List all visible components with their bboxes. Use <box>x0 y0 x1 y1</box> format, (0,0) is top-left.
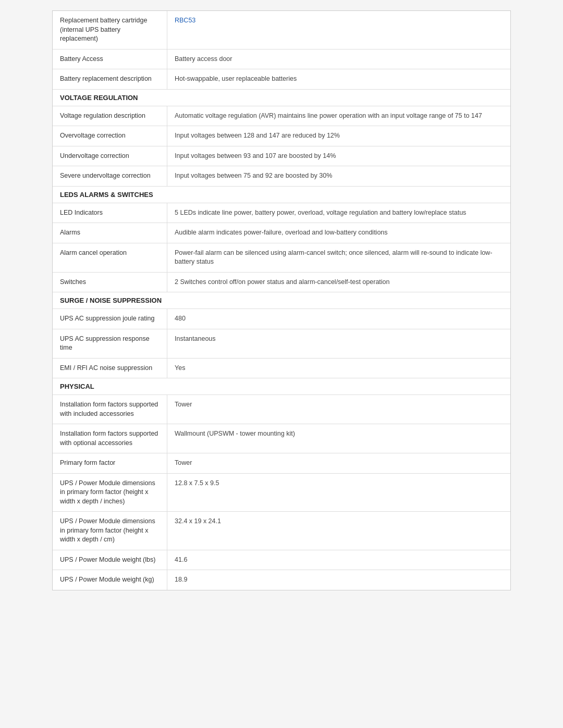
spec-label: Severe undervoltage correction <box>53 166 167 186</box>
spec-value: Battery access door <box>167 50 510 69</box>
section-header: VOLTAGE REGULATION <box>53 90 510 106</box>
spec-row: UPS AC suppression joule rating480 <box>53 309 510 329</box>
spec-row: UPS / Power Module weight (kg)18.9 <box>53 570 510 590</box>
spec-value: 32.4 x 19 x 24.1 <box>167 512 510 550</box>
spec-value-link[interactable]: RBC53 <box>175 17 195 24</box>
spec-value: Automatic voltage regulation (AVR) maint… <box>167 106 510 126</box>
spec-value: 2 Switches control off/on power status a… <box>167 273 510 292</box>
spec-row: UPS AC suppression response timeInstanta… <box>53 329 510 359</box>
spec-row: AlarmsAudible alarm indicates power-fail… <box>53 223 510 243</box>
spec-row: Overvoltage correctionInput voltages bet… <box>53 126 510 146</box>
spec-value: 41.6 <box>167 550 510 570</box>
spec-label: Alarm cancel operation <box>53 243 167 272</box>
spec-label: UPS AC suppression joule rating <box>53 309 167 329</box>
spec-value: Input voltages between 75 and 92 are boo… <box>167 166 510 186</box>
section-header: LEDS ALARMS & SWITCHES <box>53 187 510 203</box>
section-header-label: PHYSICAL <box>53 378 102 394</box>
spec-row: Severe undervoltage correctionInput volt… <box>53 166 510 187</box>
spec-value: 5 LEDs indicate line power, battery powe… <box>167 203 510 223</box>
spec-row: Installation form factors supported with… <box>53 424 510 453</box>
spec-row: UPS / Power Module dimensions in primary… <box>53 512 510 550</box>
spec-label: UPS / Power Module weight (lbs) <box>53 550 167 570</box>
spec-value: Tower <box>167 395 510 424</box>
spec-value: Audible alarm indicates power-failure, o… <box>167 223 510 243</box>
spec-row: Switches2 Switches control off/on power … <box>53 273 510 293</box>
spec-label: Undervoltage correction <box>53 146 167 166</box>
spec-label: UPS / Power Module weight (kg) <box>53 570 167 590</box>
spec-label: Overvoltage correction <box>53 126 167 146</box>
spec-value: Input voltages between 93 and 107 are bo… <box>167 146 510 166</box>
spec-label: Battery Access <box>53 50 167 69</box>
section-header-label: VOLTAGE REGULATION <box>53 90 145 106</box>
spec-row: Undervoltage correctionInput voltages be… <box>53 146 510 167</box>
section-header-label: SURGE / NOISE SUPPRESSION <box>53 292 169 309</box>
spec-label: UPS / Power Module dimensions in primary… <box>53 474 167 512</box>
spec-value: Tower <box>167 453 510 473</box>
spec-value: Wallmount (UPSWM - tower mounting kit) <box>167 424 510 453</box>
section-header-label: LEDS ALARMS & SWITCHES <box>53 187 161 203</box>
spec-label: Alarms <box>53 223 167 243</box>
spec-value: Yes <box>167 359 510 378</box>
spec-row: Alarm cancel operationPower-fail alarm c… <box>53 243 510 273</box>
spec-value: 480 <box>167 309 510 329</box>
spec-row: Primary form factorTower <box>53 453 510 474</box>
spec-label: UPS AC suppression response time <box>53 329 167 358</box>
spec-row: UPS / Power Module weight (lbs)41.6 <box>53 550 510 571</box>
spec-row: Replacement battery cartridge (internal … <box>53 11 510 50</box>
spec-value: Power-fail alarm can be silenced using a… <box>167 243 510 272</box>
spec-row: UPS / Power Module dimensions in primary… <box>53 474 510 512</box>
spec-label: Switches <box>53 273 167 292</box>
spec-value: Instantaneous <box>167 329 510 358</box>
spec-label: Replacement battery cartridge (internal … <box>53 11 167 49</box>
section-header: SURGE / NOISE SUPPRESSION <box>53 292 510 309</box>
spec-label: EMI / RFI AC noise suppression <box>53 359 167 378</box>
spec-row: Voltage regulation descriptionAutomatic … <box>53 106 510 127</box>
spec-row: Battery replacement descriptionHot-swapp… <box>53 69 510 90</box>
spec-label: Battery replacement description <box>53 69 167 89</box>
spec-value: 12.8 x 7.5 x 9.5 <box>167 474 510 512</box>
spec-value: Hot-swappable, user replaceable batterie… <box>167 69 510 89</box>
spec-label: LED Indicators <box>53 203 167 223</box>
spec-row: Installation form factors supported with… <box>53 395 510 424</box>
spec-label: Installation form factors supported with… <box>53 395 167 424</box>
spec-value: RBC53 <box>167 11 510 49</box>
spec-label: Installation form factors supported with… <box>53 424 167 453</box>
spec-row: Battery AccessBattery access door <box>53 50 510 70</box>
spec-row: LED Indicators5 LEDs indicate line power… <box>53 203 510 224</box>
spec-label: Primary form factor <box>53 453 167 473</box>
spec-table: Replacement battery cartridge (internal … <box>52 10 511 590</box>
spec-value: Input voltages between 128 and 147 are r… <box>167 126 510 146</box>
section-header: PHYSICAL <box>53 378 510 395</box>
spec-label: UPS / Power Module dimensions in primary… <box>53 512 167 550</box>
spec-row: EMI / RFI AC noise suppressionYes <box>53 359 510 379</box>
spec-value: 18.9 <box>167 570 510 590</box>
spec-label: Voltage regulation description <box>53 106 167 126</box>
